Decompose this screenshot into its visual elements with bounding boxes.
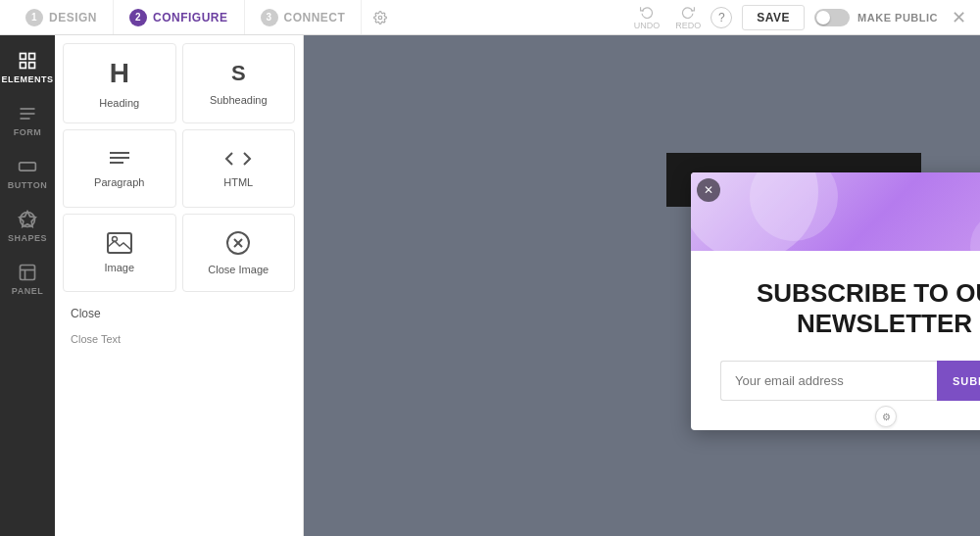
heading-icon: H [110, 58, 129, 89]
make-public-label: MAKE PUBLIC [858, 12, 938, 24]
popup-form: SUBMIT NOW [720, 361, 980, 401]
element-image[interactable]: Image [63, 214, 176, 292]
nav-step-connect[interactable]: 3 CONNECT [245, 0, 363, 34]
step-label-design: DESIGN [49, 11, 97, 24]
element-subheading[interactable]: S Subheading [182, 43, 296, 123]
redo-button[interactable]: REDO [675, 5, 701, 30]
canvas[interactable]: JOIN THE ELITE CLUB ✕ SUBSCRIBE TO OUR N… [304, 35, 980, 536]
subheading-label: Subheading [210, 94, 268, 106]
svg-rect-4 [21, 63, 26, 69]
make-public-toggle[interactable] [814, 9, 850, 26]
element-heading[interactable]: H Heading [63, 43, 176, 123]
popup-settings-icon[interactable]: ⚙ [875, 406, 897, 427]
step-num-3: 3 [261, 9, 278, 26]
popup-card: ✕ SUBSCRIBE TO OUR NEWSLETTER SUBMIT NOW [691, 172, 980, 430]
undo-button[interactable]: UNDO [634, 5, 661, 30]
sidebar-item-elements[interactable]: ELEMENTS [0, 43, 55, 92]
element-html[interactable]: HTML [182, 129, 296, 208]
close-text-label: Close Text [71, 333, 121, 345]
svg-rect-3 [29, 63, 35, 69]
close-editor-button[interactable]: ✕ [948, 7, 970, 28]
sidebar: ELEMENTS FORM BUTTON SHAPES [0, 35, 55, 536]
step-label-connect: CONNECT [284, 11, 346, 24]
close-section: Close Close Text [63, 296, 295, 355]
image-icon [107, 232, 132, 254]
nav-right-controls: UNDO REDO ? SAVE MAKE PUBLIC ✕ [634, 5, 970, 30]
undo-redo-group: UNDO REDO [634, 5, 702, 30]
svg-rect-8 [20, 163, 36, 171]
sidebar-item-form[interactable]: FORM [0, 96, 55, 145]
top-nav: 1 DESIGN 2 CONFIGURE 3 CONNECT UNDO [0, 0, 980, 35]
elements-grid: H Heading S Subheading Paragraph [63, 43, 295, 292]
close-label: Close [71, 307, 101, 320]
sidebar-item-panel[interactable]: PANEL [0, 255, 55, 304]
nav-step-configure[interactable]: 2 CONFIGURE [114, 0, 245, 34]
heading-label: Heading [99, 97, 139, 109]
sidebar-item-button[interactable]: BUTTON [0, 149, 55, 198]
email-input[interactable] [720, 361, 937, 401]
svg-rect-2 [29, 54, 35, 60]
popup-close-button[interactable]: ✕ [697, 178, 720, 202]
help-button[interactable]: ? [710, 7, 732, 28]
html-label: HTML [223, 176, 253, 188]
toggle-knob [816, 11, 830, 24]
svg-rect-1 [21, 54, 26, 60]
step-num-1: 1 [25, 9, 43, 26]
sidebar-item-shapes[interactable]: SHAPES [0, 202, 55, 251]
settings-gear-button[interactable] [362, 11, 399, 24]
step-num-2: 2 [129, 9, 147, 26]
main-layout: ELEMENTS FORM BUTTON SHAPES [0, 35, 980, 536]
elements-panel: H Heading S Subheading Paragraph [55, 35, 304, 536]
paragraph-icon [108, 149, 131, 169]
make-public-toggle-group: MAKE PUBLIC [814, 9, 938, 26]
image-label: Image [104, 262, 134, 273]
element-paragraph[interactable]: Paragraph [63, 129, 176, 208]
element-close-image[interactable]: Close Image [182, 214, 296, 292]
svg-rect-11 [21, 266, 35, 280]
element-close-text[interactable]: Close Text [63, 325, 128, 351]
close-image-icon [225, 230, 251, 256]
html-icon [224, 149, 252, 169]
submit-button[interactable]: SUBMIT NOW [937, 361, 980, 401]
popup-body: SUBSCRIBE TO OUR NEWSLETTER SUBMIT NOW [691, 251, 980, 430]
paragraph-label: Paragraph [94, 176, 144, 188]
popup-title: SUBSCRIBE TO OUR NEWSLETTER [720, 278, 980, 339]
element-close[interactable]: Close [63, 300, 109, 325]
subheading-icon: S [231, 61, 246, 86]
save-button[interactable]: SAVE [742, 5, 805, 30]
close-image-label: Close Image [208, 264, 269, 275]
svg-point-0 [379, 16, 383, 20]
nav-step-design[interactable]: 1 DESIGN [10, 0, 114, 34]
popup-decoration [691, 172, 980, 251]
step-label-configure: CONFIGURE [153, 11, 228, 24]
